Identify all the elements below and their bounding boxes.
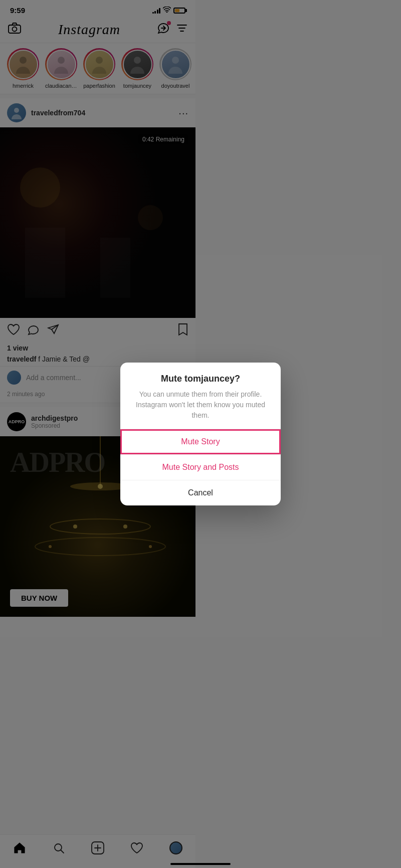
modal-overlay[interactable]: Mute tomjauncey? You can unmute them fro… [0, 0, 195, 617]
modal-title: Mute tomjauncey? [132, 374, 195, 384]
modal-content: Mute tomjauncey? You can unmute them fro… [120, 363, 195, 429]
cancel-button[interactable]: Cancel [120, 480, 195, 505]
modal-subtitle: You can unmute them from their profile. … [132, 389, 195, 421]
mute-modal: Mute tomjauncey? You can unmute them fro… [120, 363, 195, 505]
mute-story-and-posts-button[interactable]: Mute Story and Posts [120, 455, 195, 480]
mute-story-button[interactable]: Mute Story [120, 429, 195, 454]
